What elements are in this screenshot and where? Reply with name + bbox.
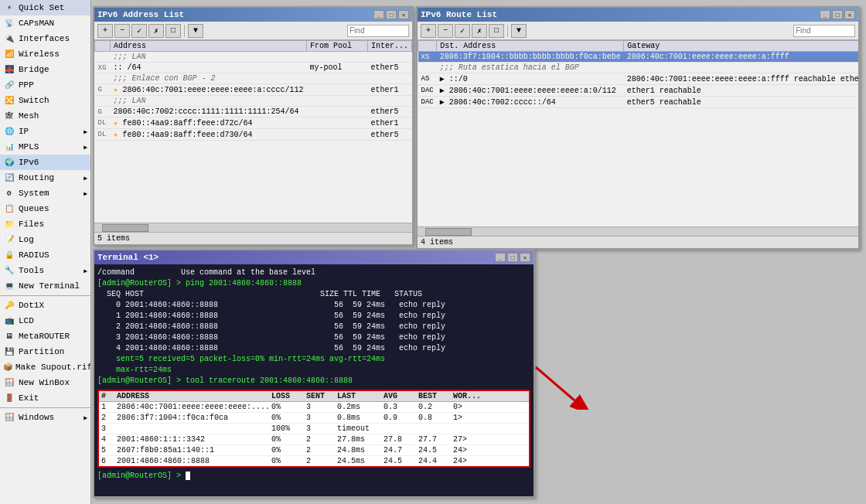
terminal-line: 4 2001:4860:4860::8888 56 59 24ms echo r… <box>97 343 530 354</box>
sidebar-item-mesh[interactable]: 🕸 Mesh <box>0 108 90 124</box>
traceroute-row[interactable]: 1 2806:40c:7001:eeee:eeee:eeee:.... 0% 3… <box>99 402 529 413</box>
terminal-body[interactable]: /command Use command at the base level [… <box>94 264 534 496</box>
sidebar-item-lcd[interactable]: 📺 LCD <box>0 313 90 329</box>
filter-button[interactable]: ▼ <box>188 24 203 38</box>
sidebar-item-capsman[interactable]: 📡 CAPsMAN <box>0 15 90 31</box>
sidebar-separator <box>0 295 90 296</box>
ipv6-addr-item-count: 5 items <box>97 234 130 243</box>
table-row[interactable]: XG :: /64 my-pool ether5 <box>95 63 412 73</box>
sidebar-item-metarouter[interactable]: 🖥 MetaROUTER <box>0 329 90 344</box>
ipv6-route-scrollbar-h[interactable] <box>418 226 858 236</box>
traceroute-row[interactable]: 2 2806:3f7:1004::f0ca:f0ca 0% 3 0.8ms 0.… <box>99 413 529 424</box>
search-input[interactable] <box>347 25 409 37</box>
red-arrow-indicator <box>532 363 594 410</box>
wireless-icon: 📶 <box>3 48 15 60</box>
ipv6-route-statusbar: 4 items <box>418 236 858 248</box>
table-row[interactable]: G ★ 2806:40c:7001:eeee:eeee:eeee:a:cccc/… <box>95 84 412 96</box>
copy-button[interactable]: □ <box>165 24 181 38</box>
table-row[interactable]: AS ▶ ::/0 2806:40c:7001:eeee:eeee:eeee:a… <box>418 73 859 85</box>
table-row[interactable]: DL ★ fe80::4aa9:8aff:feee:d72c/64 ether1 <box>95 117 412 129</box>
route-toolbar-separator <box>507 25 508 37</box>
add-button[interactable]: + <box>97 24 113 38</box>
tr-hdr-worst: WOR... <box>453 392 488 400</box>
ipv6-route-toolbar: + − ✓ ✗ □ ▼ <box>418 22 858 40</box>
sidebar-item-partition[interactable]: 💾 Partition <box>0 344 90 359</box>
disable-button[interactable]: ✗ <box>148 24 164 38</box>
terminal-close[interactable]: ✕ <box>520 253 530 262</box>
table-row[interactable]: DAC ▶ 2806:40c:7002:cccc::/64 ether5 rea… <box>418 97 859 108</box>
ipv6-addr-title: IPv6 Address List <box>97 10 184 19</box>
sidebar-item-files[interactable]: 📁 Files <box>0 216 90 232</box>
sidebar-item-bridge[interactable]: 🌉 Bridge <box>0 62 90 77</box>
route-search-input[interactable] <box>793 25 855 37</box>
sidebar-item-quick-set[interactable]: ⚡ Quick Set <box>0 0 90 15</box>
tr-hdr-num: # <box>101 392 117 400</box>
sidebar-item-interfaces[interactable]: 🔌 Interfaces <box>0 31 90 46</box>
terminal-maximize[interactable]: □ <box>507 253 518 262</box>
route-enable-button[interactable]: ✓ <box>455 24 470 38</box>
terminal-line: sent=5 received=5 packet-loss=0% min-rtt… <box>97 354 530 365</box>
table-row[interactable]: ;;; Ruta estatica hacia el BGP <box>418 63 859 73</box>
route-copy-button[interactable]: □ <box>489 24 504 38</box>
enable-button[interactable]: ✓ <box>131 24 147 38</box>
traceroute-table-box: # ADDRESS LOSS SENT LAST AVG BEST WOR...… <box>97 390 530 468</box>
ipv6-addr-scrollbar-h[interactable] <box>94 223 412 232</box>
traceroute-header-row: # ADDRESS LOSS SENT LAST AVG BEST WOR... <box>99 391 529 402</box>
new-winbox-icon: 🪟 <box>3 376 15 389</box>
table-row[interactable]: ;;; LAN <box>95 96 412 107</box>
sidebar-item-system[interactable]: ⚙ System ▶ <box>0 186 90 201</box>
sidebar-item-exit[interactable]: 🚪 Exit <box>0 390 90 406</box>
terminal-window: Terminal <1> _ □ ✕ /command Use command … <box>93 249 535 498</box>
new-terminal-icon: 💻 <box>3 280 15 292</box>
table-row[interactable]: DAC ▶ 2806:40c:7001:eeee:eeee:eeee:a:0/1… <box>418 85 859 97</box>
ipv6-route-close[interactable]: ✕ <box>844 10 855 19</box>
sidebar-item-dot1x[interactable]: 🔑 Dot1X <box>0 298 90 313</box>
traceroute-row[interactable]: 3 100% 3 timeout <box>99 424 529 434</box>
mpls-icon: 📊 <box>3 141 15 153</box>
table-row[interactable]: ;;; Enlace con BGP - 2 <box>95 73 412 84</box>
sidebar-item-tools[interactable]: 🔧 Tools ▶ <box>0 263 90 278</box>
sidebar-item-new-terminal[interactable]: 💻 New Terminal <box>0 278 90 294</box>
route-disable-button[interactable]: ✗ <box>472 24 487 38</box>
sidebar-item-wireless[interactable]: 📶 Wireless <box>0 46 90 62</box>
sidebar-item-ppp[interactable]: 🔗 PPP <box>0 77 90 93</box>
sidebar-item-routing[interactable]: 🔄 Routing ▶ <box>0 170 90 186</box>
route-col-gateway: Gateway <box>624 41 858 52</box>
sidebar-item-ip[interactable]: 🌐 IP ▶ <box>0 124 90 139</box>
sidebar-item-new-winbox[interactable]: 🪟 New WinBox <box>0 375 90 390</box>
ipv6-addr-controls: _ □ ✕ <box>373 10 409 19</box>
traceroute-row[interactable]: 5 2607:f8b0:85a1:140::1 0% 2 24.8ms 24.7… <box>99 445 529 456</box>
partition-icon: 💾 <box>3 346 15 358</box>
table-row[interactable]: G 2806:40c:7002:cccc:1111:1111:1111:254/… <box>95 107 412 117</box>
sidebar-item-mpls[interactable]: 📊 MPLS ▶ <box>0 139 90 155</box>
terminal-minimize[interactable]: _ <box>495 253 506 262</box>
traceroute-row[interactable]: 6 2001:4860:4860::8888 0% 2 24.5ms 24.5 … <box>99 456 529 466</box>
table-row[interactable]: ;;; LAN <box>95 52 412 63</box>
ipv6-route-maximize[interactable]: □ <box>832 10 843 19</box>
route-col-dst: Dst. Address <box>437 41 624 52</box>
sidebar-item-make-supout[interactable]: 📦 Make Supout.rif <box>0 359 90 375</box>
sidebar-item-log[interactable]: 📝 Log <box>0 232 90 247</box>
ipv6-addr-close[interactable]: ✕ <box>398 10 409 19</box>
sidebar-item-windows[interactable]: 🪟 Windows ▶ <box>0 410 90 425</box>
route-remove-button[interactable]: − <box>438 24 453 38</box>
remove-button[interactable]: − <box>114 24 130 38</box>
tr-hdr-last: LAST <box>337 392 384 400</box>
route-add-button[interactable]: + <box>421 24 436 38</box>
route-scroll-thumb[interactable] <box>425 228 472 236</box>
ipv6-icon: 🌍 <box>3 156 15 169</box>
route-filter-button[interactable]: ▼ <box>511 24 527 38</box>
sidebar-item-ipv6[interactable]: 🌍 IPv6 <box>0 155 90 170</box>
ipv6-addr-minimize[interactable]: _ <box>373 10 384 19</box>
table-row[interactable]: DL ★ fe80::4aa9:8aff:feee:d730/64 ether5 <box>95 129 412 141</box>
exit-icon: 🚪 <box>3 392 15 404</box>
sidebar-item-switch[interactable]: 🔀 Switch <box>0 93 90 108</box>
tr-hdr-avg: AVG <box>384 392 418 400</box>
traceroute-row[interactable]: 4 2001:4860:1:1::3342 0% 2 27.8ms 27.8 2… <box>99 434 529 445</box>
sidebar-item-radius[interactable]: 🔒 RADIUS <box>0 247 90 263</box>
scroll-thumb[interactable] <box>102 224 148 232</box>
table-row[interactable]: XS 2806:3f7:1004::bbbb:bbbb:bbbb:f0ca:be… <box>418 52 859 63</box>
ipv6-route-minimize[interactable]: _ <box>820 10 830 19</box>
ipv6-addr-maximize[interactable]: □ <box>386 10 397 19</box>
sidebar-item-queues[interactable]: 📋 Queues <box>0 201 90 216</box>
